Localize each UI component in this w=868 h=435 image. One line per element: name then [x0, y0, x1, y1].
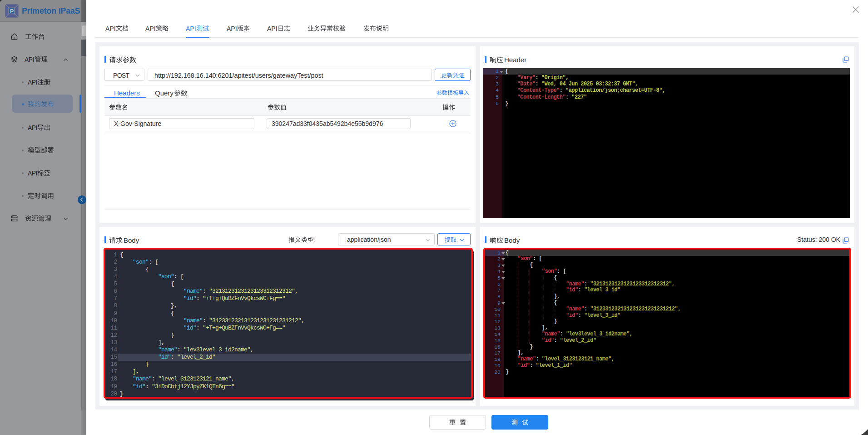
- svg-text:P: P: [10, 8, 14, 15]
